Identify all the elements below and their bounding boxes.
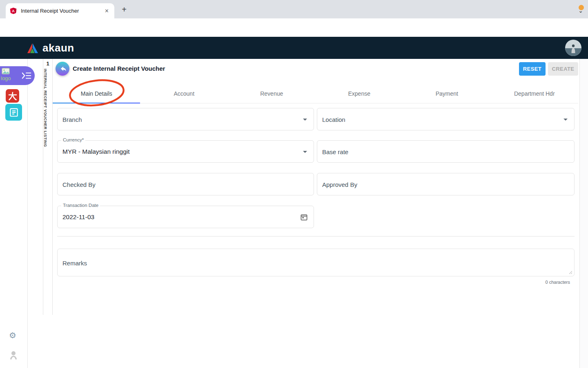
transaction-date-value: 2022-11-03 — [62, 213, 94, 221]
tab-account[interactable]: Account — [140, 84, 228, 103]
back-arrow-icon — [58, 64, 67, 73]
brand-name: akaun — [42, 42, 74, 54]
branch-placeholder: Branch — [62, 116, 82, 123]
location-placeholder: Location — [322, 116, 345, 123]
approved-by-placeholder: Approved By — [322, 181, 357, 188]
menu-open-icon[interactable] — [21, 71, 32, 80]
active-tab-underline — [53, 103, 140, 103]
new-tab-button[interactable]: + — [119, 5, 129, 14]
checked-by-field[interactable]: Checked By — [57, 173, 314, 195]
tab-expense[interactable]: Expense — [316, 84, 403, 103]
sidebar-app-voucher-icon[interactable] — [5, 104, 22, 121]
akaun-triangle-icon — [26, 43, 39, 54]
app-header: akaun — [0, 37, 588, 59]
chevron-down-icon — [564, 119, 568, 121]
tab-department-hdr[interactable]: Department Hdr — [491, 84, 579, 103]
tab-main-details[interactable]: Main Details — [53, 84, 140, 103]
sidebar-logo-pill[interactable]: logo — [0, 66, 35, 85]
tab-payment[interactable]: Payment — [403, 84, 491, 103]
dai-character-icon — [8, 91, 18, 101]
calendar-icon[interactable] — [300, 213, 308, 221]
character-counter: 0 characters — [57, 280, 570, 285]
checked-by-placeholder: Checked By — [62, 181, 96, 188]
user-avatar[interactable] — [565, 40, 581, 56]
chevron-down-icon — [303, 151, 307, 153]
broken-image-icon — [2, 68, 10, 74]
base-rate-field[interactable]: Base rate — [317, 140, 575, 163]
remarks-placeholder: Remarks — [62, 260, 87, 267]
listing-tab-index: 1 — [43, 61, 52, 67]
location-select[interactable]: Location — [317, 108, 575, 130]
listing-vertical-tab[interactable]: 1 INTERNAL RECEIPT VOUCHER LISTING — [43, 59, 53, 315]
page-title: Create Internal Receipt Voucher — [73, 65, 165, 72]
browser-toolbar: ← → akaun.cloud/#/applet/tnt/wavelet/erp… — [0, 18, 588, 37]
currency-select[interactable]: Currency* MYR - Malaysian ringgit — [57, 140, 314, 163]
transaction-date-field[interactable]: Transaction Date 2022-11-03 — [57, 206, 314, 228]
approved-by-field[interactable]: Approved By — [317, 173, 575, 195]
reset-button[interactable]: RESET — [519, 62, 546, 76]
resize-handle-icon[interactable] — [568, 270, 572, 274]
logo-alt-text: logo — [1, 75, 11, 81]
chevron-down-icon — [303, 119, 307, 121]
browser-tab[interactable]: A Internal Receipt Voucher × — [6, 3, 114, 18]
svg-text:A: A — [12, 9, 15, 13]
sidebar-app-red-icon[interactable] — [6, 89, 19, 103]
form-tab-bar: Main Details Account Revenue Expense Pay… — [53, 84, 578, 103]
branch-select[interactable]: Branch — [57, 108, 314, 130]
person-icon[interactable] — [9, 351, 18, 360]
currency-label: Currency* — [61, 137, 85, 142]
listing-tab-label: INTERNAL RECEIPT VOUCHER LISTING — [43, 69, 47, 147]
document-list-icon — [9, 107, 19, 118]
akaun-logo: akaun — [26, 42, 74, 54]
transaction-date-label: Transaction Date — [61, 203, 100, 208]
tab-title: Internal Receipt Voucher — [21, 8, 103, 14]
scroll-rail[interactable] — [579, 59, 588, 368]
back-button[interactable] — [56, 62, 69, 76]
currency-value: MYR - Malaysian ringgit — [62, 148, 130, 155]
section-divider — [57, 236, 575, 237]
browser-tab-strip: A Internal Receipt Voucher × + ⌄ — [0, 0, 588, 18]
settings-gear-icon[interactable]: ⚙ — [9, 330, 16, 340]
base-rate-placeholder: Base rate — [322, 148, 348, 155]
tab-close-icon[interactable]: × — [103, 7, 110, 15]
recording-indicator-dot — [579, 5, 584, 10]
tab-revenue[interactable]: Revenue — [228, 84, 316, 103]
create-button[interactable]: CREATE — [548, 62, 578, 76]
remarks-textarea[interactable]: Remarks — [57, 249, 575, 276]
angular-favicon: A — [10, 7, 17, 14]
